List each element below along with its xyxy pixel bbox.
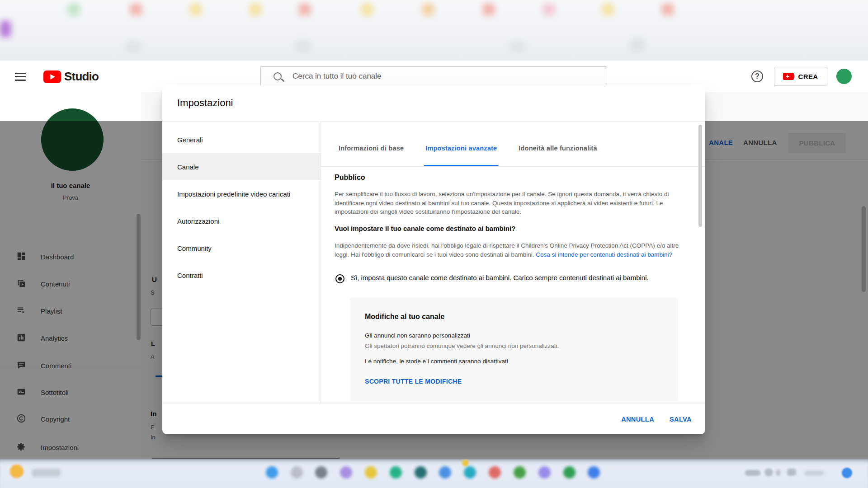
logo-text: Studio <box>64 70 99 84</box>
card-line: Le notifiche, le storie e i commenti sar… <box>365 358 508 365</box>
made-for-kids-radio-option[interactable]: Sì, imposta questo canale come destinato… <box>335 273 685 283</box>
blurred-tab-icon <box>250 4 261 15</box>
dialog-title: Impostazioni <box>177 97 233 109</box>
radio-selected-icon[interactable] <box>335 274 344 283</box>
app-icon <box>563 466 576 479</box>
legal-text: Indipendentemente da dove risiedi, hai l… <box>335 241 686 259</box>
app-icon <box>266 466 278 479</box>
channel-changes-card: Modifiche al tuo canale Gli annunci non … <box>350 298 678 401</box>
dialog-item-autorizzazioni[interactable]: Autorizzazioni <box>162 207 321 235</box>
blurred-tab-icon <box>662 4 674 15</box>
search-input[interactable] <box>292 72 564 81</box>
tray-icon <box>745 470 760 476</box>
blurred-tab-icon <box>602 4 614 15</box>
account-avatar[interactable] <box>836 69 852 84</box>
app-icon <box>390 466 402 479</box>
search-box[interactable] <box>260 66 607 86</box>
taskbar[interactable] <box>0 459 868 488</box>
coppa-info-link[interactable]: Cosa si intende per contenuti destinati … <box>536 251 672 258</box>
app-badge <box>462 460 469 466</box>
app-icon <box>514 466 526 479</box>
blurred-tab-icon <box>0 21 11 37</box>
dialog-tabs: Informazioni di base Impostazioni avanza… <box>328 122 608 166</box>
tray-clock-blur <box>804 471 824 475</box>
dialog-scrollbar[interactable] <box>698 125 702 227</box>
blurred-tab-icon <box>422 4 434 15</box>
settings-dialog: Impostazioni Generali Canale Impostazion… <box>162 85 705 434</box>
desktop: Studio ? CREA Il tuo canale Prova <box>0 0 868 488</box>
section-intro: Per semplificare il tuo flusso di lavoro… <box>335 190 686 216</box>
hamburger-icon <box>15 80 26 81</box>
radio-label: Sì, imposta questo canale come destinato… <box>351 273 685 283</box>
app-icon <box>340 466 352 479</box>
dialog-item-impostazioni-predefinite[interactable]: Impostazioni predefinite video caricati <box>162 180 321 207</box>
discover-changes-link[interactable]: SCOPRI TUTTE LE MODIFICHE <box>365 378 462 385</box>
help-icon: ? <box>751 70 763 82</box>
app-icon <box>365 466 377 479</box>
card-line: Gli spettatori potranno comunque vedere … <box>365 343 559 349</box>
tab-idoneita-funzionalita[interactable]: Idoneità alle funzionalità <box>508 122 608 166</box>
weather-sun-icon <box>10 465 24 478</box>
cancel-button[interactable]: ANNULLA <box>621 416 654 423</box>
search-icon <box>274 72 282 80</box>
top-strip <box>0 0 868 61</box>
tray-app-icon <box>842 468 852 478</box>
blurred-tab-icon <box>483 4 495 15</box>
tray-icon <box>787 469 796 476</box>
app-icon <box>588 466 600 479</box>
save-button[interactable]: SALVA <box>670 416 692 423</box>
blurred-tab-icon <box>190 4 202 15</box>
tray-icon <box>776 469 781 476</box>
app-icon <box>489 466 501 479</box>
blurred-tab-icon <box>510 42 525 52</box>
app-icon <box>464 466 476 479</box>
app-icon <box>291 466 303 479</box>
blurred-tab-icon <box>543 4 555 15</box>
section-title: Pubblico <box>335 174 365 182</box>
card-line: Gli annunci non saranno personalizzati <box>365 332 470 339</box>
blurred-tab-icon <box>68 4 80 15</box>
blurred-tab-icon <box>361 4 373 15</box>
tab-impostazioni-avanzate[interactable]: Impostazioni avanzate <box>415 122 508 166</box>
app-icon <box>415 466 427 479</box>
tabbar-border <box>321 166 705 167</box>
blurred-tab-icon <box>296 41 310 52</box>
create-button[interactable]: CREA <box>774 67 827 86</box>
dialog-item-community[interactable]: Community <box>162 235 321 262</box>
dialog-item-canale[interactable]: Canale <box>162 153 321 180</box>
menu-button[interactable] <box>15 70 27 82</box>
app-icon <box>439 466 451 479</box>
taskbar-text-blur <box>32 469 61 477</box>
card-title: Modifiche al tuo canale <box>365 313 444 321</box>
youtube-studio-logo[interactable]: Studio <box>43 70 99 84</box>
dialog-footer: ANNULLA SALVA <box>162 404 705 434</box>
blurred-tab-icon <box>130 4 142 15</box>
help-button[interactable]: ? <box>751 70 764 83</box>
create-video-icon <box>783 73 794 80</box>
dialog-item-generali[interactable]: Generali <box>162 126 321 153</box>
app-icon <box>538 466 551 479</box>
dialog-item-contratti[interactable]: Contratti <box>162 262 321 289</box>
create-label: CREA <box>798 73 818 80</box>
hamburger-icon <box>15 73 26 74</box>
blurred-tab-icon <box>127 42 140 52</box>
youtube-logo-icon <box>43 70 61 83</box>
tab-informazioni-di-base[interactable]: Informazioni di base <box>328 122 415 166</box>
dialog-sidebar-divider <box>321 122 321 404</box>
app-icon <box>315 466 327 479</box>
hamburger-icon <box>15 76 26 77</box>
blurred-tab-icon <box>631 39 644 52</box>
blurred-tab-icon <box>299 4 311 15</box>
tray-icon <box>765 469 773 476</box>
audience-question: Vuoi impostare il tuo canale come destin… <box>335 225 515 232</box>
